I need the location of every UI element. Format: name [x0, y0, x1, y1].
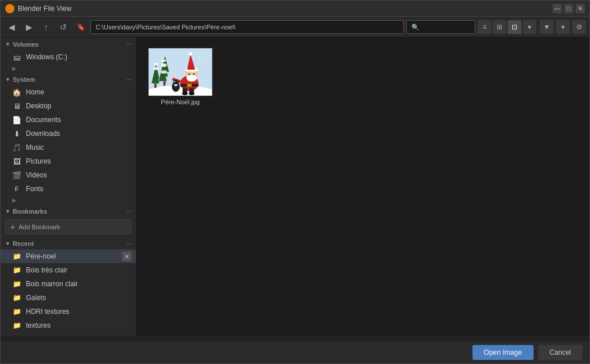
view-buttons: ≡ ⊞ ⊡ ▾ [478, 20, 536, 34]
volumes-label: Volumes [13, 41, 39, 48]
bookmarks-section-header[interactable]: ▼ Bookmarks ··· [1, 204, 136, 217]
maximize-button[interactable]: □ [564, 4, 573, 13]
grid-view-button[interactable]: ⊞ [493, 20, 506, 34]
system-dots: ··· [127, 77, 131, 83]
svg-point-25 [189, 52, 192, 56]
main-file-area: Père-Noël.jpg [139, 37, 589, 336]
system-section-header[interactable]: ▼ System ··· [1, 73, 136, 85]
settings-button[interactable]: ⚙ [572, 20, 586, 34]
recent-item-label-bois-marron: Bois marron clair [26, 280, 78, 288]
recent-dots: ··· [127, 241, 131, 247]
back-button[interactable]: ◀ [4, 20, 19, 35]
refresh-button[interactable]: ↺ [56, 20, 71, 35]
svg-point-8 [162, 59, 167, 62]
folder-icon-hdri: 📁 [12, 307, 21, 316]
search-input[interactable] [406, 20, 475, 34]
sidebar-item-desktop[interactable]: 🖥 Desktop [1, 99, 136, 113]
system-chevron: ▼ [5, 77, 10, 82]
folder-icon-pere-noel: 📁 [12, 252, 21, 261]
folder-icon-textures: 📁 [12, 321, 21, 330]
forward-button[interactable]: ▶ [21, 20, 36, 35]
recent-item-galets[interactable]: 📁 Galets [1, 291, 136, 305]
recent-item-label-textures: textures [26, 321, 51, 329]
svg-point-36 [199, 56, 200, 58]
music-label: Music [26, 143, 131, 151]
svg-point-14 [154, 63, 158, 65]
recent-item-pere-noel[interactable]: 📁 Père-noel ✕ [1, 249, 136, 263]
titlebar: Blender File View — □ ✕ [1, 1, 589, 17]
recent-item-label-pere-noel: Père-noel [26, 252, 56, 260]
svg-point-35 [174, 81, 175, 82]
sidebar-item-music[interactable]: 🎵 Music [1, 141, 136, 154]
recent-item-bois-clair[interactable]: 📁 Bois très clair [1, 263, 136, 277]
content-area: ▼ Volumes ··· 🖴 Windows (C:) ▶ ▼ System … [1, 37, 589, 336]
sidebar-item-pictures[interactable]: 🖼 Pictures [1, 154, 136, 168]
recent-label: Recent [13, 240, 34, 247]
drive-expand[interactable]: ▶ [1, 64, 136, 73]
view-dropdown-button[interactable]: ▾ [523, 20, 536, 34]
svg-rect-6 [164, 81, 166, 86]
address-bar[interactable] [90, 20, 404, 34]
videos-label: Videos [26, 171, 131, 179]
filter-button[interactable]: ▼ [540, 20, 554, 34]
sidebar-item-videos[interactable]: 🎬 Videos [1, 168, 136, 182]
svg-rect-12 [154, 84, 157, 88]
recent-item-bois-marron[interactable]: 📁 Bois marron clair [1, 277, 136, 291]
file-item-pere-noel[interactable]: Père-Noël.jpg [146, 44, 215, 109]
svg-point-26 [188, 73, 190, 75]
thumbnail-view-button[interactable]: ⊡ [508, 20, 521, 34]
cancel-button[interactable]: Cancel [538, 345, 583, 360]
sidebar-item-downloads[interactable]: ⬇ Downloads [1, 127, 136, 141]
sidebar-item-documents[interactable]: 📄 Documents [1, 113, 136, 127]
open-image-button[interactable]: Open Image [472, 345, 534, 360]
pictures-icon: 🖼 [12, 157, 21, 166]
system-expand[interactable]: ▶ [1, 196, 136, 204]
folder-icon-bois-clair: 📁 [12, 266, 21, 275]
horizontal-scrollbar[interactable] [1, 336, 589, 340]
svg-point-38 [176, 52, 177, 54]
svg-point-19 [189, 92, 195, 95]
svg-point-29 [188, 75, 196, 78]
svg-point-34 [173, 80, 178, 85]
music-icon: 🎵 [12, 143, 21, 152]
blender-file-view-window: Blender File View — □ ✕ ◀ ▶ ↑ ↺ 🔖 ≡ ⊞ ⊡ … [0, 0, 590, 364]
volumes-dots: ··· [127, 41, 131, 48]
folder-icon-bois-marron: 📁 [12, 279, 21, 289]
close-recent-button[interactable]: ✕ [122, 252, 131, 261]
downloads-label: Downloads [26, 130, 131, 138]
blender-icon [5, 4, 14, 13]
svg-point-39 [205, 62, 206, 63]
add-bookmark-button[interactable]: + Add Bookmark [5, 219, 131, 234]
list-view-button[interactable]: ≡ [478, 20, 491, 34]
home-icon: 🏠 [12, 88, 21, 97]
svg-rect-21 [187, 84, 192, 87]
file-name: Père-Noël.jpg [161, 98, 199, 105]
close-button[interactable]: ✕ [576, 4, 585, 13]
sidebar: ▼ Volumes ··· 🖴 Windows (C:) ▶ ▼ System … [1, 37, 137, 336]
fonts-icon: F [12, 184, 21, 194]
recent-section-header[interactable]: ▼ Recent ··· [1, 237, 136, 249]
svg-rect-2 [149, 89, 212, 96]
documents-label: Documents [26, 116, 131, 124]
svg-point-9 [161, 70, 168, 74]
up-button[interactable]: ↑ [39, 20, 54, 35]
bookmarks-dots: ··· [127, 208, 131, 215]
recent-chevron: ▼ [5, 241, 10, 247]
recent-item-textures[interactable]: 📁 textures [1, 318, 136, 332]
add-bookmark-plus: + [10, 222, 15, 232]
fonts-label: Fonts [26, 185, 131, 193]
volumes-section-header[interactable]: ▼ Volumes ··· [1, 37, 136, 50]
bookmark-button[interactable]: 🔖 [73, 20, 88, 35]
sidebar-item-home[interactable]: 🏠 Home [1, 85, 136, 99]
sidebar-item-fonts[interactable]: F Fonts [1, 182, 136, 196]
filter-dropdown-button[interactable]: ▾ [556, 20, 570, 34]
svg-point-13 [153, 67, 159, 70]
svg-point-7 [161, 63, 167, 67]
minimize-button[interactable]: — [553, 4, 562, 13]
desktop-icon: 🖥 [12, 101, 21, 111]
svg-point-37 [157, 54, 158, 55]
recent-item-hdri[interactable]: 📁 HDRI textures [1, 305, 136, 318]
home-label: Home [26, 88, 131, 96]
sidebar-item-windows-drive[interactable]: 🖴 Windows (C:) [1, 50, 136, 64]
documents-icon: 📄 [12, 115, 21, 124]
